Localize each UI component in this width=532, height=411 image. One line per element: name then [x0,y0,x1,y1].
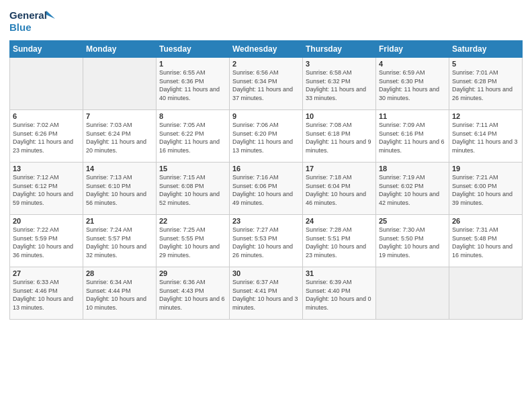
day-number: 30 [232,269,300,277]
calendar-day-cell: 4Sunrise: 6:59 AMSunset: 6:30 PMDaylight… [376,58,449,110]
calendar-day-cell: 27Sunrise: 6:33 AMSunset: 4:46 PMDayligh… [10,267,83,320]
day-number: 29 [159,269,226,277]
calendar-day-cell: 21Sunrise: 7:24 AMSunset: 5:57 PMDayligh… [83,215,157,267]
calendar-day-cell: 19Sunrise: 7:21 AMSunset: 6:00 PMDayligh… [449,163,523,215]
day-info: Sunrise: 6:58 AMSunset: 6:32 PMDaylight:… [306,68,373,102]
calendar-day-cell: 30Sunrise: 6:37 AMSunset: 4:41 PMDayligh… [230,267,303,320]
calendar-day-cell: 1Sunrise: 6:55 AMSunset: 6:36 PMDaylight… [157,58,230,110]
calendar-week-row: 13Sunrise: 7:12 AMSunset: 6:12 PMDayligh… [10,163,523,215]
calendar-week-row: 27Sunrise: 6:33 AMSunset: 4:46 PMDayligh… [10,267,523,320]
logo-svg: GeneralBlue [9,7,56,35]
day-info: Sunrise: 7:15 AMSunset: 6:08 PMDaylight:… [159,173,226,207]
calendar-day-cell: 22Sunrise: 7:25 AMSunset: 5:55 PMDayligh… [157,215,230,267]
day-info: Sunrise: 7:12 AMSunset: 6:12 PMDaylight:… [13,173,80,207]
svg-text:General: General [9,9,47,21]
day-number: 4 [379,60,446,68]
calendar-day-cell: 20Sunrise: 7:22 AMSunset: 5:59 PMDayligh… [10,215,83,267]
svg-marker-2 [46,11,55,19]
calendar-table: SundayMondayTuesdayWednesdayThursdayFrid… [9,40,523,320]
svg-text:Blue: Blue [9,21,32,33]
day-info: Sunrise: 6:56 AMSunset: 6:34 PMDaylight:… [232,68,300,102]
day-number: 19 [452,165,519,173]
calendar-header: SundayMondayTuesdayWednesdayThursdayFrid… [10,41,523,58]
day-number: 10 [306,112,373,120]
day-number: 11 [379,112,446,120]
day-number: 25 [379,217,446,225]
day-number: 1 [159,60,226,68]
day-info: Sunrise: 7:13 AMSunset: 6:10 PMDaylight:… [86,173,153,207]
calendar-day-cell: 31Sunrise: 6:39 AMSunset: 4:40 PMDayligh… [303,267,376,320]
day-number: 14 [86,165,153,173]
day-number: 20 [13,217,80,225]
day-info: Sunrise: 7:28 AMSunset: 5:51 PMDaylight:… [306,226,373,259]
day-number: 23 [232,217,300,225]
day-info: Sunrise: 6:33 AMSunset: 4:46 PMDaylight:… [13,278,80,312]
day-number: 7 [86,112,153,120]
calendar-day-cell: 16Sunrise: 7:16 AMSunset: 6:06 PMDayligh… [230,163,303,215]
weekday-row: SundayMondayTuesdayWednesdayThursdayFrid… [10,41,523,58]
day-info: Sunrise: 7:05 AMSunset: 6:22 PMDaylight:… [159,121,226,154]
day-info: Sunrise: 7:25 AMSunset: 5:55 PMDaylight:… [159,226,226,259]
calendar-day-cell: 17Sunrise: 7:18 AMSunset: 6:04 PMDayligh… [303,163,376,215]
day-number: 17 [306,165,373,173]
calendar-day-cell: 23Sunrise: 7:27 AMSunset: 5:53 PMDayligh… [230,215,303,267]
day-number: 15 [159,165,226,173]
calendar-day-cell [83,58,157,110]
weekday-header: Monday [83,41,157,58]
day-info: Sunrise: 7:01 AMSunset: 6:28 PMDaylight:… [452,68,519,102]
day-info: Sunrise: 7:16 AMSunset: 6:06 PMDaylight:… [232,173,300,207]
calendar-day-cell: 8Sunrise: 7:05 AMSunset: 6:22 PMDaylight… [157,110,230,163]
day-info: Sunrise: 7:08 AMSunset: 6:18 PMDaylight:… [306,121,373,154]
calendar-day-cell: 7Sunrise: 7:03 AMSunset: 6:24 PMDaylight… [83,110,157,163]
day-number: 24 [306,217,373,225]
day-number: 2 [232,60,300,68]
weekday-header: Sunday [10,41,83,58]
calendar-day-cell: 6Sunrise: 7:02 AMSunset: 6:26 PMDaylight… [10,110,83,163]
day-number: 8 [159,112,226,120]
day-info: Sunrise: 6:36 AMSunset: 4:43 PMDaylight:… [159,278,226,312]
logo: GeneralBlue [9,7,56,35]
day-info: Sunrise: 7:11 AMSunset: 6:14 PMDaylight:… [452,121,519,154]
day-info: Sunrise: 6:55 AMSunset: 6:36 PMDaylight:… [159,68,226,102]
day-info: Sunrise: 6:39 AMSunset: 4:40 PMDaylight:… [306,278,373,312]
weekday-header: Tuesday [157,41,230,58]
day-number: 6 [13,112,80,120]
day-number: 12 [452,112,519,120]
main-container: GeneralBlue SundayMondayTuesdayWednesday… [0,0,532,325]
calendar-day-cell: 26Sunrise: 7:31 AMSunset: 5:48 PMDayligh… [449,215,523,267]
calendar-day-cell: 29Sunrise: 6:36 AMSunset: 4:43 PMDayligh… [157,267,230,320]
day-number: 16 [232,165,300,173]
day-info: Sunrise: 7:27 AMSunset: 5:53 PMDaylight:… [232,226,300,259]
day-number: 13 [13,165,80,173]
day-info: Sunrise: 7:03 AMSunset: 6:24 PMDaylight:… [86,121,153,154]
day-info: Sunrise: 7:30 AMSunset: 5:50 PMDaylight:… [379,226,446,259]
calendar-day-cell: 3Sunrise: 6:58 AMSunset: 6:32 PMDaylight… [303,58,376,110]
day-number: 27 [13,269,80,277]
calendar-day-cell: 14Sunrise: 7:13 AMSunset: 6:10 PMDayligh… [83,163,157,215]
day-number: 21 [86,217,153,225]
day-info: Sunrise: 7:24 AMSunset: 5:57 PMDaylight:… [86,226,153,259]
calendar-day-cell: 18Sunrise: 7:19 AMSunset: 6:02 PMDayligh… [376,163,449,215]
calendar-week-row: 1Sunrise: 6:55 AMSunset: 6:36 PMDaylight… [10,58,523,110]
day-info: Sunrise: 7:19 AMSunset: 6:02 PMDaylight:… [379,173,446,207]
day-info: Sunrise: 7:06 AMSunset: 6:20 PMDaylight:… [232,121,300,154]
calendar-day-cell [449,267,523,320]
day-number: 18 [379,165,446,173]
calendar-week-row: 20Sunrise: 7:22 AMSunset: 5:59 PMDayligh… [10,215,523,267]
calendar-day-cell: 2Sunrise: 6:56 AMSunset: 6:34 PMDaylight… [230,58,303,110]
weekday-header: Saturday [449,41,523,58]
day-info: Sunrise: 7:31 AMSunset: 5:48 PMDaylight:… [452,226,519,259]
day-info: Sunrise: 7:22 AMSunset: 5:59 PMDaylight:… [13,226,80,259]
calendar-day-cell: 15Sunrise: 7:15 AMSunset: 6:08 PMDayligh… [157,163,230,215]
day-number: 22 [159,217,226,225]
weekday-header: Wednesday [230,41,303,58]
calendar-day-cell: 25Sunrise: 7:30 AMSunset: 5:50 PMDayligh… [376,215,449,267]
calendar-day-cell: 13Sunrise: 7:12 AMSunset: 6:12 PMDayligh… [10,163,83,215]
day-info: Sunrise: 6:37 AMSunset: 4:41 PMDaylight:… [232,278,300,312]
calendar-day-cell: 5Sunrise: 7:01 AMSunset: 6:28 PMDaylight… [449,58,523,110]
calendar-day-cell: 9Sunrise: 7:06 AMSunset: 6:20 PMDaylight… [230,110,303,163]
calendar-day-cell: 10Sunrise: 7:08 AMSunset: 6:18 PMDayligh… [303,110,376,163]
day-number: 3 [306,60,373,68]
calendar-day-cell: 24Sunrise: 7:28 AMSunset: 5:51 PMDayligh… [303,215,376,267]
weekday-header: Thursday [303,41,376,58]
